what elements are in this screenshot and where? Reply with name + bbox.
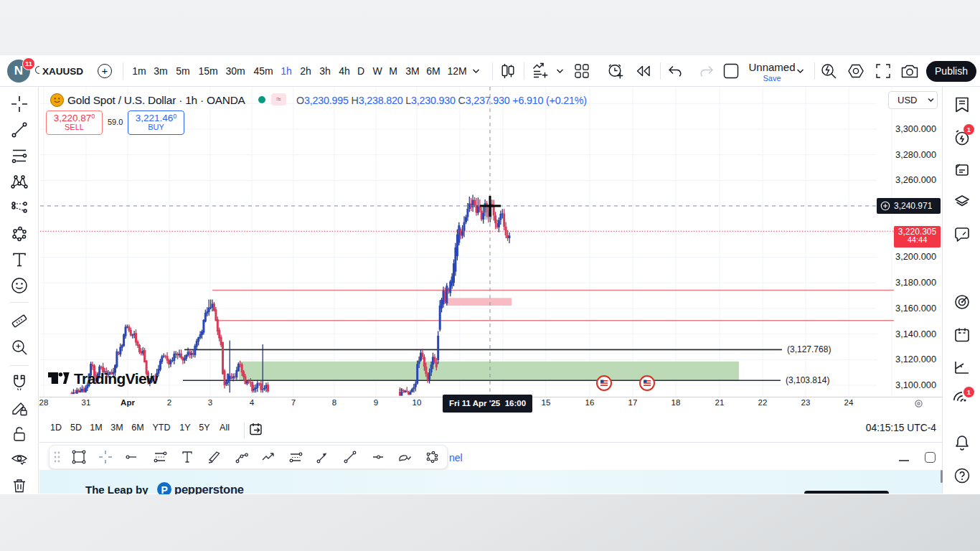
- svg-text:(3,127.768): (3,127.768): [787, 344, 831, 354]
- svg-text:(3,103.814): (3,103.814): [786, 375, 829, 385]
